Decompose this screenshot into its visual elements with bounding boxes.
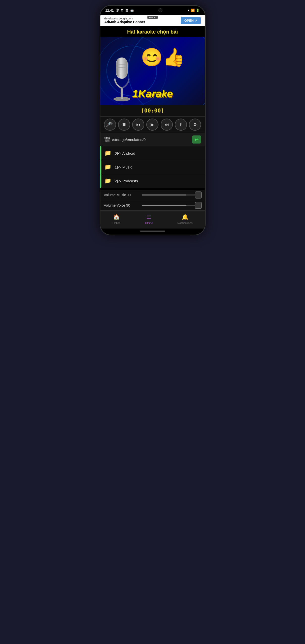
play-button[interactable]: ▶ [146, 119, 158, 131]
offline-icon: ☰ [146, 214, 151, 220]
add-song-icon: 🎤➕ [106, 122, 114, 127]
singer-icon: 🎙 [179, 122, 183, 127]
svg-rect-2 [116, 58, 127, 78]
battery-icon: 🔋 [196, 9, 200, 12]
nav-item-notifications[interactable]: 🔔 Notifications [172, 213, 198, 226]
folder-icon-1: 📁 [104, 164, 111, 170]
back-arrow-icon: ↩ [195, 137, 199, 142]
divider [100, 188, 205, 190]
status-icons-right: ▲ 📶 🔋 [187, 9, 200, 12]
karaoke-image: 😊👍 1Karake [100, 37, 205, 105]
home-icon: 🏠 [113, 214, 120, 220]
volume-music-label: Volume Music 90 [104, 193, 139, 197]
play-icon: ▶ [151, 122, 154, 127]
prev-button[interactable]: ⏮ [132, 119, 144, 131]
cast-icon: ⊡ [121, 9, 123, 12]
path-info: 🎬 /storage/emulated/0 [104, 136, 146, 143]
file-item-label-1: [1]-> Music [114, 165, 132, 169]
controls-bar: 🎤➕ ⏹ ⏮ ▶ ⏭ 🎙 ⚙ [100, 116, 205, 133]
home-bar [140, 231, 165, 232]
phone-frame: 12:41 ⓘ ⊡ ▤ 🤖 ▲ 📶 🔋 Test Ad developers.g… [100, 5, 206, 235]
volume-voice-row: Volume Voice 90 [100, 200, 205, 211]
folder-icon-2: 📁 [104, 178, 111, 184]
ad-domain: developers.google.com [104, 17, 145, 20]
file-item-label-2: [2]-> Podcasts [114, 179, 138, 183]
ad-arrow-icon: ↗ [195, 19, 197, 22]
path-bar: 🎬 /storage/emulated/0 ↩ [100, 133, 205, 146]
stop-button[interactable]: ⏹ [118, 119, 130, 131]
volume-music-fill [142, 194, 186, 195]
file-list: 📁 [0]-> Android 📁 [1]-> Music 📁 [2]-> Po… [100, 146, 205, 188]
ad-info: developers.google.com AdMob Adaptive Ban… [104, 17, 145, 24]
folder-movie-icon: 🎬 [104, 136, 110, 143]
list-item[interactable]: 📁 [0]-> Android [100, 146, 205, 160]
app-content: Hát karaoke chọn bài [100, 26, 205, 235]
status-bar: 12:41 ⓘ ⊡ ▤ 🤖 ▲ 📶 🔋 [100, 6, 205, 15]
bottom-nav: 🏠 Online ☰ Offline 🔔 Notifications [100, 211, 205, 229]
sim-icon: ▤ [125, 9, 128, 12]
ad-label: Test Ad [147, 16, 158, 19]
bell-icon: 🔔 [182, 214, 188, 220]
add-song-button[interactable]: 🎤➕ [104, 119, 116, 131]
folder-icon-0: 📁 [104, 150, 111, 156]
volume-voice-thumb[interactable] [195, 202, 202, 209]
list-item[interactable]: 📁 [1]-> Music [100, 160, 205, 174]
timer-display: [00:00] [100, 105, 205, 116]
nav-item-online[interactable]: 🏠 Online [107, 213, 126, 226]
volume-music-thumb[interactable] [195, 191, 202, 199]
home-indicator [100, 229, 205, 235]
volume-section: Volume Music 90 Volume Voice 90 [100, 190, 205, 211]
singer-button[interactable]: 🎙 [175, 119, 187, 131]
ad-open-button[interactable]: OPEN ↗ [181, 17, 201, 24]
svg-rect-1 [121, 88, 123, 99]
settings-icon: ⚙ [193, 122, 197, 127]
nav-notifications-label: Notifications [177, 221, 192, 225]
nav-offline-label: Offline [145, 221, 153, 225]
prev-icon: ⏮ [136, 122, 141, 127]
info-icon: ⓘ [116, 8, 119, 13]
status-time: 12:41 [105, 9, 114, 12]
emoji-thumbsup: 😊👍 [141, 47, 185, 68]
karaoke-logo: 1Karake [132, 88, 173, 100]
android-icon: 🤖 [130, 9, 134, 12]
wifi-icon: ▲ [187, 9, 190, 12]
list-item[interactable]: 📁 [2]-> Podcasts [100, 174, 205, 188]
volume-voice-fill [142, 205, 186, 206]
nav-item-offline[interactable]: ☰ Offline [140, 213, 158, 226]
ad-banner: Test Ad developers.google.com AdMob Adap… [100, 15, 205, 26]
settings-button[interactable]: ⚙ [189, 119, 201, 131]
nav-online-label: Online [113, 221, 121, 225]
volume-voice-track[interactable] [142, 205, 201, 206]
camera-notch [158, 8, 162, 12]
current-path: /storage/emulated/0 [112, 137, 146, 142]
volume-music-track[interactable] [142, 194, 201, 195]
back-button[interactable]: ↩ [192, 135, 201, 144]
volume-music-row: Volume Music 90 [100, 190, 205, 200]
signal-icon: 📶 [191, 9, 195, 12]
ad-title: AdMob Adaptive Banner [104, 20, 145, 24]
next-icon: ⏭ [164, 122, 169, 127]
file-item-label-0: [0]-> Android [114, 151, 135, 155]
next-button[interactable]: ⏭ [161, 119, 173, 131]
stop-icon: ⏹ [122, 122, 126, 127]
volume-voice-label: Volume Voice 90 [104, 203, 139, 207]
app-title: Hát karaoke chọn bài [100, 26, 205, 37]
